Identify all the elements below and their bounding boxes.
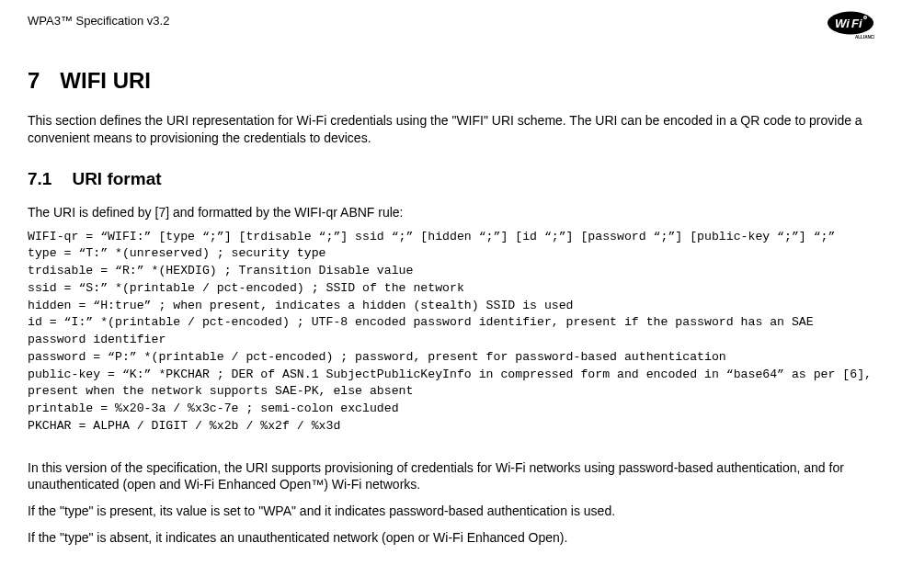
paragraph-type-absent: If the "type" is absent, it indicates an… (28, 529, 874, 547)
page-header: WPA3™ Specification v3.2 Wi Fi ALLIANCE (28, 11, 874, 40)
svg-text:Wi: Wi (835, 17, 850, 30)
svg-text:Fi: Fi (851, 17, 862, 30)
svg-point-4 (864, 17, 866, 18)
subsection-lead: The URI is defined by [7] and formatted … (28, 204, 874, 221)
section-intro: This section defines the URI representat… (28, 112, 874, 147)
document-title: WPA3™ Specification v3.2 (28, 11, 169, 29)
paragraph-type-present: If the "type" is present, its value is s… (28, 503, 874, 520)
subsection-title: URI format (72, 169, 161, 188)
subsection-heading: 7.1URI format (28, 167, 874, 191)
svg-text:ALLIANCE: ALLIANCE (855, 35, 874, 40)
abnf-code-block: WIFI-qr = “WIFI:” [type “;”] [trdisable … (28, 229, 874, 435)
subsection-number: 7.1 (28, 167, 51, 191)
section-heading: 7WIFI URI (28, 66, 874, 96)
section-number: 7 (28, 66, 40, 96)
paragraph-version-note: In this version of the specification, th… (28, 459, 874, 494)
wifi-alliance-logo-icon: Wi Fi ALLIANCE (827, 11, 874, 40)
section-title: WIFI URI (60, 68, 151, 93)
